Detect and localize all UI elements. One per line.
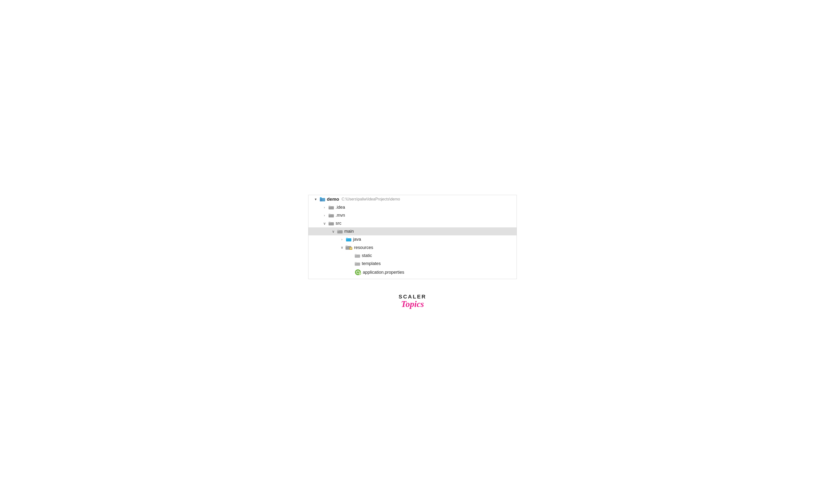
chevron-idea: › bbox=[321, 206, 328, 209]
folder-icon-demo bbox=[319, 197, 326, 201]
folder-icon-java bbox=[345, 237, 352, 242]
folder-icon-templates bbox=[354, 262, 361, 266]
chevron-root: ▼ bbox=[312, 198, 319, 201]
folder-icon-idea bbox=[328, 205, 334, 210]
folder-icon-main bbox=[336, 229, 343, 234]
svg-rect-5 bbox=[328, 206, 330, 207]
folder-icon-static bbox=[354, 254, 361, 258]
svg-rect-28 bbox=[356, 272, 357, 273]
tree-item-templates[interactable]: templates bbox=[308, 260, 517, 268]
tree-item-root[interactable]: ▼ demo C:\Users\paliw\IdeaProjects\demo bbox=[308, 195, 517, 203]
tree-item-static[interactable]: static bbox=[308, 251, 517, 260]
svg-rect-20 bbox=[355, 254, 357, 255]
templates-label: templates bbox=[362, 261, 381, 266]
svg-rect-7 bbox=[328, 214, 330, 215]
folder-icon-mvn bbox=[328, 213, 334, 218]
chevron-resources: ∨ bbox=[339, 245, 345, 250]
idea-label: .idea bbox=[335, 205, 345, 210]
spring-file-icon bbox=[354, 269, 362, 275]
tree-item-main[interactable]: ∨ main bbox=[308, 227, 517, 235]
chevron-src: ∨ bbox=[321, 221, 328, 226]
svg-rect-3 bbox=[320, 197, 321, 198]
svg-rect-15 bbox=[346, 245, 348, 247]
tree-item-java[interactable]: › java bbox=[308, 235, 517, 243]
tree-item-mvn[interactable]: › .mvn bbox=[308, 211, 517, 219]
root-label: demo bbox=[327, 197, 339, 202]
svg-rect-26 bbox=[358, 270, 358, 271]
svg-rect-13 bbox=[346, 238, 348, 239]
src-label: src bbox=[335, 221, 342, 226]
chevron-java: › bbox=[339, 237, 345, 241]
tree-item-application-properties[interactable]: application.properties bbox=[308, 268, 517, 279]
main-label: main bbox=[344, 229, 354, 234]
brand-topics-text: Topics bbox=[401, 299, 424, 309]
file-tree: ▼ demo C:\Users\paliw\IdeaProjects\demo … bbox=[308, 195, 517, 279]
tree-item-resources[interactable]: ∨ resources bbox=[308, 243, 517, 251]
application-properties-label: application.properties bbox=[363, 270, 404, 275]
svg-rect-22 bbox=[355, 262, 357, 263]
folder-icon-src bbox=[328, 221, 334, 226]
tree-item-idea[interactable]: › .idea bbox=[308, 203, 517, 211]
svg-point-36 bbox=[359, 273, 360, 274]
svg-rect-11 bbox=[337, 230, 339, 231]
mvn-label: .mvn bbox=[335, 213, 345, 218]
branding: SCALER Topics bbox=[399, 294, 426, 309]
chevron-main: ∨ bbox=[330, 229, 336, 234]
chevron-mvn: › bbox=[321, 214, 328, 217]
tree-item-src[interactable]: ∨ src bbox=[308, 219, 517, 227]
resources-label: resources bbox=[354, 245, 373, 250]
root-path: C:\Users\paliw\IdeaProjects\demo bbox=[342, 197, 400, 201]
folder-icon-resources bbox=[345, 245, 353, 250]
static-label: static bbox=[362, 253, 372, 258]
svg-rect-16 bbox=[350, 247, 352, 250]
java-label: java bbox=[353, 237, 361, 242]
svg-rect-9 bbox=[328, 222, 330, 223]
